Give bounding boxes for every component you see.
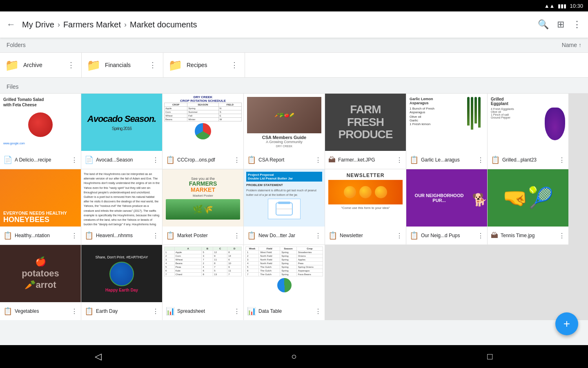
file-name-cccrop: CCCrop...ons.pdf: [177, 157, 234, 163]
file-card-newsletter[interactable]: NEWSLETTER "Come use this form to your i…: [325, 169, 406, 245]
file-thumb-asparagus: Garlic LemonAsparagus 1 Bunch of FreshAs…: [406, 94, 487, 151]
file-thumb-eggplant: GrilledEggplant 4 Fresh Eggplants Olive …: [488, 94, 568, 151]
file-icon-heavenl: 📋: [85, 231, 94, 240]
file-thumb-honeybees: EVERYONE NEEDS HEALTHY HONEYBEES: [0, 169, 81, 227]
file-thumb-farmfresh: FARMFRESHPRODUCE: [325, 94, 406, 151]
file-card-heavenl[interactable]: The land of the Houyhnhnms can be interp…: [81, 169, 162, 245]
file-name-recipe: A Delicio...recipe: [15, 157, 71, 163]
file-card-peanut[interactable]: Project ProposalDouble Lid Peanut Butter…: [244, 169, 325, 245]
search-icon[interactable]: 🔍: [538, 19, 549, 30]
folder-financials[interactable]: 📁 Financials ⋮: [82, 53, 163, 77]
breadcrumb-market-documents[interactable]: Market documents: [130, 20, 197, 29]
file-name-newsletter: Newsletter: [340, 233, 396, 238]
file-icon-csa: 📋: [247, 155, 256, 164]
file-thumb-csa: 🥕🥦🍅🌽 CSA Members Guide A Growing Communi…: [244, 94, 325, 151]
file-more-vegetables[interactable]: ⋮: [71, 307, 78, 315]
file-more-recipe[interactable]: ⋮: [71, 156, 78, 164]
file-name-heavenl: Heavenl...nhnms: [96, 233, 152, 238]
file-card-cccrop[interactable]: DRY CREEKCROP ROTATION SCHEDULE CROPSEAS…: [163, 94, 243, 169]
file-icon-asparagus: 📋: [410, 155, 419, 164]
file-card-tennis[interactable]: 🤜🎾 🏔 Tennis Time.jpg ⋮: [488, 169, 568, 245]
file-name-eggplant: Grilled...plant23: [502, 157, 559, 163]
file-thumb-cccrop: DRY CREEKCROP ROTATION SCHEDULE CROPSEAS…: [163, 94, 243, 151]
file-card-vegetables[interactable]: 🍎potatoes🥕arrot 📋 Vegetables ⋮: [0, 245, 81, 320]
file-name-vegetables: Vegetables: [15, 308, 71, 314]
file-icon-datatable: 📊: [247, 307, 256, 316]
file-thumb-neighborhood: OUR NEIGHBORHOOD PUR... 🐕: [406, 169, 487, 227]
file-card-honeybees[interactable]: EVERYONE NEEDS HEALTHY HONEYBEES 📋 Healt…: [0, 169, 81, 245]
file-card-earthday[interactable]: Share, Don't Print. #EARTHDAY Happy Eart…: [81, 245, 162, 320]
file-more-spreadsheet[interactable]: ⋮: [234, 307, 240, 315]
breadcrumb-sep-2: ›: [124, 20, 127, 29]
folder-recipes[interactable]: 📁 Recipes ⋮: [163, 53, 245, 77]
breadcrumb: My Drive › Farmers Market › Market docum…: [22, 20, 538, 29]
file-more-peanut[interactable]: ⋮: [315, 232, 321, 240]
nav-back-button[interactable]: ◁: [86, 348, 110, 365]
fab-button[interactable]: +: [555, 312, 578, 335]
sort-section: Folders Name ↑: [0, 38, 588, 52]
file-card-neighborhood[interactable]: OUR NEIGHBORHOOD PUR... 🐕 📋 Our Neig...d…: [406, 169, 487, 245]
folder-name-recipes: Recipes: [187, 62, 229, 68]
toolbar: ← My Drive › Farmers Market › Market doc…: [0, 11, 588, 38]
file-card-eggplant[interactable]: GrilledEggplant 4 Fresh Eggplants Olive …: [488, 94, 568, 169]
nav-recent-button[interactable]: □: [478, 348, 502, 365]
file-icon-avocado: 📄: [85, 155, 94, 164]
file-more-tennis[interactable]: ⋮: [559, 232, 565, 240]
file-card-spreadsheet[interactable]: ABCD 1Apple5128 2Corn3914 3Wheat7116 4Be…: [163, 245, 243, 320]
file-name-honeybees: Healthy...ntation: [15, 233, 71, 238]
file-more-farmfresh[interactable]: ⋮: [396, 156, 403, 164]
file-card-asparagus[interactable]: Garlic LemonAsparagus 1 Bunch of FreshAs…: [406, 94, 487, 169]
file-more-eggplant[interactable]: ⋮: [559, 156, 565, 164]
file-thumb-heavenl: The land of the Houyhnhnms can be interp…: [81, 169, 162, 227]
file-icon-neighborhood: 📋: [410, 231, 419, 240]
file-icon-peanut: 📋: [247, 231, 256, 240]
file-more-cccrop[interactable]: ⋮: [234, 156, 240, 164]
folder-icon-recipes: 📁: [168, 58, 183, 72]
file-thumb-peanut: Project ProposalDouble Lid Peanut Butter…: [244, 169, 325, 227]
file-more-heavenl[interactable]: ⋮: [152, 232, 159, 240]
breadcrumb-farmers-market[interactable]: Farmers Market: [63, 20, 121, 29]
file-card-avocado[interactable]: Avocado Season. Spring 2016 📄 Avocad...S…: [81, 94, 162, 169]
folders-grid: 📁 Archive ⋮ 📁 Financials ⋮ 📁 Recipes ⋮: [0, 52, 588, 78]
file-more-avocado[interactable]: ⋮: [152, 156, 159, 164]
file-card-farmfresh[interactable]: FARMFRESHPRODUCE 🏔 Farmer...ket.JPG ⋮: [325, 94, 406, 169]
file-card-market-poster[interactable]: See you at the FARMERS MARKET Market Pos…: [163, 169, 243, 245]
folder-more-financials[interactable]: ⋮: [147, 59, 158, 71]
file-card-recipe[interactable]: Grilled Tomato Saladwith Feta Cheese www…: [0, 94, 81, 169]
file-thumb-tennis: 🤜🎾: [488, 169, 568, 227]
folders-section: Folders Name ↑ 📁 Archive ⋮ 📁 Financials …: [0, 38, 588, 78]
sort-button[interactable]: Name ↑: [562, 42, 581, 48]
grid-view-icon[interactable]: ⊞: [557, 19, 564, 30]
file-icon-spreadsheet: 📊: [166, 307, 175, 316]
folder-more-archive[interactable]: ⋮: [66, 59, 76, 71]
nav-home-button[interactable]: ○: [282, 348, 306, 365]
folder-icon-archive: 📁: [5, 58, 19, 72]
file-more-market-poster[interactable]: ⋮: [234, 232, 240, 240]
more-options-icon[interactable]: ⋮: [572, 19, 581, 30]
back-button[interactable]: ←: [7, 19, 16, 30]
file-more-newsletter[interactable]: ⋮: [396, 232, 403, 240]
file-name-asparagus: Garlic Le...aragus: [421, 157, 477, 163]
folder-archive[interactable]: 📁 Archive ⋮: [0, 53, 82, 77]
file-more-honeybees[interactable]: ⋮: [71, 232, 78, 240]
file-more-asparagus[interactable]: ⋮: [477, 156, 484, 164]
file-more-csa[interactable]: ⋮: [315, 156, 321, 164]
file-more-neighborhood[interactable]: ⋮: [477, 232, 484, 240]
file-icon-earthday: 📋: [85, 307, 94, 316]
breadcrumb-my-drive[interactable]: My Drive: [22, 20, 54, 29]
file-thumb-avocado: Avocado Season. Spring 2016: [81, 94, 162, 151]
file-icon-market-poster: 📋: [166, 231, 175, 240]
file-card-datatable[interactable]: WeekFieldSeasonCrop 1West FieldSpringStr…: [244, 245, 325, 320]
file-more-datatable[interactable]: ⋮: [315, 307, 321, 315]
folders-label: Folders: [7, 42, 26, 48]
files-section: Files Grilled Tomato Saladwith Feta Chee…: [0, 78, 588, 320]
sort-arrow: ↑: [579, 42, 581, 48]
battery-icon: ▮▮▮: [558, 3, 566, 9]
folder-more-recipes[interactable]: ⋮: [229, 59, 240, 71]
file-name-farmfresh: Farmer...ket.JPG: [338, 157, 396, 163]
file-icon-newsletter: 📋: [328, 231, 337, 240]
files-grid: Grilled Tomato Saladwith Feta Cheese www…: [0, 93, 588, 320]
file-more-earthday[interactable]: ⋮: [152, 307, 159, 315]
folder-name-financials: Financials: [105, 62, 147, 68]
file-card-csa[interactable]: 🥕🥦🍅🌽 CSA Members Guide A Growing Communi…: [244, 94, 325, 169]
